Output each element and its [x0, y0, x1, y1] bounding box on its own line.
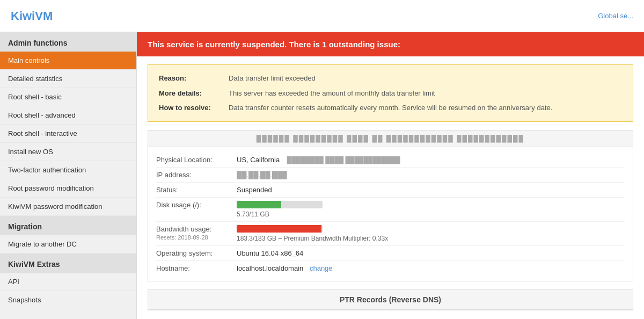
warning-details-value: This server has exceeded the amount of m… [229, 88, 435, 99]
info-row-os: Operating system: Ubuntu 16.04 x86_64 [156, 246, 625, 261]
ptr-records-panel: PTR Records (Reverse DNS) [148, 289, 633, 310]
info-label-disk: Disk usage (/): [156, 201, 237, 209]
sidebar-item-detailed-statistics[interactable]: Detailed statistics [0, 70, 136, 88]
layout: Admin functions Main controls Detailed s… [0, 32, 644, 319]
info-row-disk: Disk usage (/): 5.73/11 GB [156, 198, 625, 222]
sidebar: Admin functions Main controls Detailed s… [0, 32, 137, 319]
sidebar-section-migration: Migration [0, 216, 136, 235]
warning-reason-row: Reason: Data transfer limit exceeded [159, 73, 622, 84]
sidebar-item-migrate-dc[interactable]: Migrate to another DC [0, 235, 136, 253]
bandwidth-progress-container: 183.3/183 GB – Premium Bandwidth Multipl… [237, 225, 388, 242]
sidebar-item-install-new-os[interactable]: Install new OS [0, 143, 136, 161]
ptr-records-header: PTR Records (Reverse DNS) [148, 290, 633, 310]
warning-details-row: More details: This server has exceeded t… [159, 88, 622, 99]
info-value-os: Ubuntu 16.04 x86_64 [237, 249, 303, 257]
sidebar-section-extras: KiwiVM Extras [0, 253, 136, 273]
info-value-location: US, California ████████ ████ ███████████… [237, 156, 400, 164]
info-row-hostname: Hostname: localhost.localdomain change [156, 261, 625, 276]
sidebar-item-two-factor-auth[interactable]: Two-factor authentication [0, 161, 136, 179]
info-value-ip: ██.██.██.███ [237, 171, 287, 179]
sidebar-item-root-password-modification[interactable]: Root password modification [0, 179, 136, 198]
sidebar-item-root-shell-interactive[interactable]: Root shell - interactive [0, 125, 136, 143]
sidebar-item-main-controls[interactable]: Main controls [0, 52, 136, 70]
info-value-hostname: localhost.localdomain change [237, 264, 333, 272]
warning-reason-value: Data transfer limit exceeded [229, 73, 316, 84]
logo: KiwiVM [11, 9, 53, 23]
info-label-bandwidth: Bandwidth usage: [156, 225, 211, 233]
info-label-ip: IP address: [156, 171, 237, 179]
alert-banner: This service is currently suspended. The… [137, 32, 644, 56]
bandwidth-progress-fill [237, 225, 321, 233]
info-row-location: Physical Location: US, California ██████… [156, 153, 625, 168]
header: KiwiVM Global se... [0, 0, 644, 32]
server-info-header: ██████ █████████ ████ ██ ████████████ ██… [148, 130, 633, 147]
sidebar-item-root-shell-advanced[interactable]: Root shell - advanced [0, 106, 136, 125]
info-label-os: Operating system: [156, 249, 237, 257]
info-label-location: Physical Location: [156, 156, 237, 164]
disk-progress-fill [237, 201, 281, 208]
bandwidth-progress-track [237, 225, 323, 233]
server-info-table: Physical Location: US, California ██████… [148, 147, 633, 281]
info-label-status: Status: [156, 186, 237, 194]
warning-details-label: More details: [159, 88, 229, 99]
disk-usage-text: 5.73/11 GB [237, 211, 323, 218]
server-info-panel: ██████ █████████ ████ ██ ████████████ ██… [148, 130, 633, 281]
info-row-status: Status: Suspended [156, 183, 625, 198]
bandwidth-usage-text: 183.3/183 GB – Premium Bandwidth Multipl… [237, 235, 388, 242]
warning-reason-label: Reason: [159, 73, 229, 84]
info-label-hostname: Hostname: [156, 264, 237, 272]
disk-progress-container: 5.73/11 GB [237, 201, 323, 218]
warning-resolve-value: Data transfer counter resets automatical… [229, 103, 552, 113]
sidebar-section-admin: Admin functions [0, 32, 136, 52]
sidebar-item-snapshots[interactable]: Snapshots [0, 291, 136, 309]
sidebar-item-kiwi-password-modification[interactable]: KiwiVM password modification [0, 198, 136, 216]
info-value-status: Suspended [237, 186, 272, 194]
bandwidth-reset-date: Resets: 2018-09-28 [156, 234, 208, 241]
sidebar-item-root-shell-basic[interactable]: Root shell - basic [0, 88, 136, 106]
warning-resolve-row: How to resolve: Data transfer counter re… [159, 103, 622, 113]
info-row-bandwidth: Bandwidth usage: Resets: 2018-09-28 183.… [156, 222, 625, 246]
info-row-ip: IP address: ██.██.██.███ [156, 168, 625, 183]
warning-box: Reason: Data transfer limit exceeded Mor… [148, 64, 633, 122]
global-settings-link[interactable]: Global se... [598, 12, 633, 20]
sidebar-item-api[interactable]: API [0, 273, 136, 291]
main-content: This service is currently suspended. The… [137, 32, 644, 319]
warning-resolve-label: How to resolve: [159, 103, 229, 113]
disk-progress-track [237, 201, 323, 208]
hostname-change-link[interactable]: change [310, 264, 333, 272]
